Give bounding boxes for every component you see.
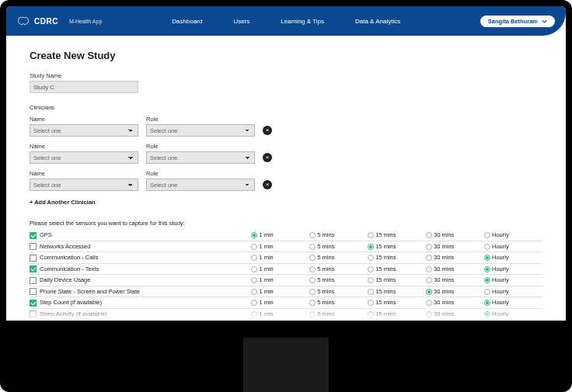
sensor-checkbox[interactable] bbox=[30, 288, 37, 295]
remove-clinician-button[interactable]: × bbox=[263, 153, 272, 162]
sensor-checkbox[interactable] bbox=[30, 265, 37, 272]
sensor-row: Phone State - Screen and Power State1 mi… bbox=[30, 286, 542, 297]
nav-data[interactable]: Data & Analytics bbox=[355, 18, 400, 25]
interval-radio[interactable] bbox=[251, 289, 257, 295]
monitor-frame: CDRC M-Health App Dashboard Users Learni… bbox=[0, 0, 572, 392]
interval-radio[interactable] bbox=[251, 244, 257, 250]
clinician-role-field: RoleSelect one bbox=[146, 116, 255, 137]
sensor-label: Networks Accessed bbox=[40, 243, 90, 250]
sensor-checkbox[interactable] bbox=[30, 310, 37, 317]
sensor-checkbox[interactable] bbox=[30, 232, 37, 239]
interval-radio[interactable] bbox=[426, 255, 432, 261]
interval-radio[interactable] bbox=[368, 311, 374, 317]
interval-radio[interactable] bbox=[309, 289, 316, 295]
interval-label: Hourly bbox=[492, 231, 509, 238]
interval-label: 5 mins bbox=[317, 254, 334, 261]
interval-radio[interactable] bbox=[484, 277, 490, 283]
interval-radio[interactable] bbox=[368, 232, 374, 238]
interval-radio[interactable] bbox=[309, 266, 316, 272]
interval-radio[interactable] bbox=[484, 266, 490, 272]
clinician-name-select[interactable]: Select one bbox=[30, 151, 138, 164]
interval-radio[interactable] bbox=[251, 277, 257, 283]
interval-radio[interactable] bbox=[484, 289, 490, 295]
user-name: Sangita Bethuram bbox=[488, 18, 538, 25]
interval-label: Hourly bbox=[492, 265, 509, 272]
interval-label: Hourly bbox=[492, 299, 509, 306]
interval-radio[interactable] bbox=[251, 311, 257, 317]
study-name-input[interactable] bbox=[30, 81, 138, 93]
add-clinician-button[interactable]: + Add Another Clinician bbox=[30, 199, 542, 206]
clinicians-heading: Clinicians bbox=[30, 104, 542, 111]
interval-radio[interactable] bbox=[251, 266, 257, 272]
remove-clinician-button[interactable]: × bbox=[263, 180, 272, 189]
interval-radio[interactable] bbox=[484, 232, 490, 238]
screen: CDRC M-Health App Dashboard Users Learni… bbox=[6, 6, 566, 321]
clinician-role-select[interactable]: Select one bbox=[146, 124, 255, 137]
clinician-role-select[interactable]: Select one bbox=[146, 151, 255, 164]
interval-label: 15 mins bbox=[375, 231, 396, 238]
interval-label: 30 mins bbox=[434, 231, 454, 238]
sensor-row: GPS1 min5 mins15 mins30 minsHourly bbox=[30, 230, 542, 241]
sensor-checkbox[interactable] bbox=[30, 277, 37, 284]
interval-radio[interactable] bbox=[309, 277, 316, 283]
interval-radio[interactable] bbox=[426, 289, 432, 295]
sensor-checkbox[interactable] bbox=[30, 300, 37, 307]
sensor-checkbox[interactable] bbox=[30, 243, 37, 250]
interval-label: 30 mins bbox=[434, 288, 454, 295]
interval-radio[interactable] bbox=[368, 244, 374, 250]
interval-radio[interactable] bbox=[251, 232, 257, 238]
role-label: Role bbox=[146, 170, 255, 177]
sensor-label: Sleep Activity (if available) bbox=[40, 310, 107, 317]
interval-radio[interactable] bbox=[426, 300, 432, 306]
interval-label: 5 mins bbox=[317, 299, 334, 306]
interval-radio[interactable] bbox=[309, 244, 316, 250]
interval-radio[interactable] bbox=[309, 255, 316, 261]
nav-links: Dashboard Users Learning & Tips Data & A… bbox=[172, 18, 400, 25]
user-menu[interactable]: Sangita Bethuram bbox=[480, 16, 555, 27]
interval-radio[interactable] bbox=[426, 277, 432, 283]
sensor-checkbox[interactable] bbox=[30, 255, 37, 262]
sensor-label: Daily Device Usage bbox=[40, 276, 90, 283]
remove-clinician-button[interactable]: × bbox=[263, 126, 272, 135]
sensor-row: Step Count (if available)1 min5 mins15 m… bbox=[30, 297, 542, 309]
interval-radio[interactable] bbox=[309, 232, 316, 238]
interval-label: 1 min bbox=[259, 231, 273, 238]
interval-radio[interactable] bbox=[251, 255, 257, 261]
interval-radio[interactable] bbox=[368, 266, 374, 272]
interval-radio[interactable] bbox=[309, 311, 316, 317]
interval-radio[interactable] bbox=[251, 300, 257, 306]
nav-dashboard[interactable]: Dashboard bbox=[172, 18, 202, 25]
clinician-role-select[interactable]: Select one bbox=[146, 179, 255, 191]
interval-radio[interactable] bbox=[368, 300, 374, 306]
interval-radio[interactable] bbox=[426, 266, 432, 272]
clinician-row: NameSelect oneRoleSelect one× bbox=[30, 116, 542, 137]
page-title: Create New Study bbox=[30, 50, 542, 61]
sensor-table: GPS1 min5 mins15 mins30 minsHourlyNetwor… bbox=[30, 230, 542, 320]
interval-radio[interactable] bbox=[484, 311, 490, 317]
close-icon: × bbox=[266, 154, 270, 161]
role-label: Role bbox=[146, 116, 255, 123]
interval-radio[interactable] bbox=[309, 300, 316, 306]
interval-label: 1 min bbox=[259, 254, 273, 261]
chevron-down-icon bbox=[542, 19, 547, 24]
interval-label: Hourly bbox=[492, 276, 509, 283]
interval-radio[interactable] bbox=[484, 244, 490, 250]
interval-radio[interactable] bbox=[484, 255, 490, 261]
interval-radio[interactable] bbox=[426, 311, 432, 317]
nav-users[interactable]: Users bbox=[233, 18, 249, 25]
interval-label: 1 min bbox=[259, 310, 273, 317]
interval-radio[interactable] bbox=[484, 300, 490, 306]
clinician-name-select[interactable]: Select one bbox=[30, 179, 138, 191]
interval-radio[interactable] bbox=[426, 232, 432, 238]
logo[interactable]: CDRC M-Health App bbox=[17, 16, 102, 26]
clinician-name-select[interactable]: Select one bbox=[30, 124, 138, 137]
interval-radio[interactable] bbox=[426, 244, 432, 250]
interval-label: 30 mins bbox=[434, 243, 454, 250]
nav-learning[interactable]: Learning & Tips bbox=[281, 18, 324, 25]
interval-radio[interactable] bbox=[368, 255, 374, 261]
interval-radio[interactable] bbox=[368, 277, 374, 283]
monitor-stand bbox=[243, 338, 329, 392]
interval-label: 15 mins bbox=[375, 310, 396, 317]
role-label: Role bbox=[146, 143, 255, 150]
interval-radio[interactable] bbox=[368, 289, 374, 295]
